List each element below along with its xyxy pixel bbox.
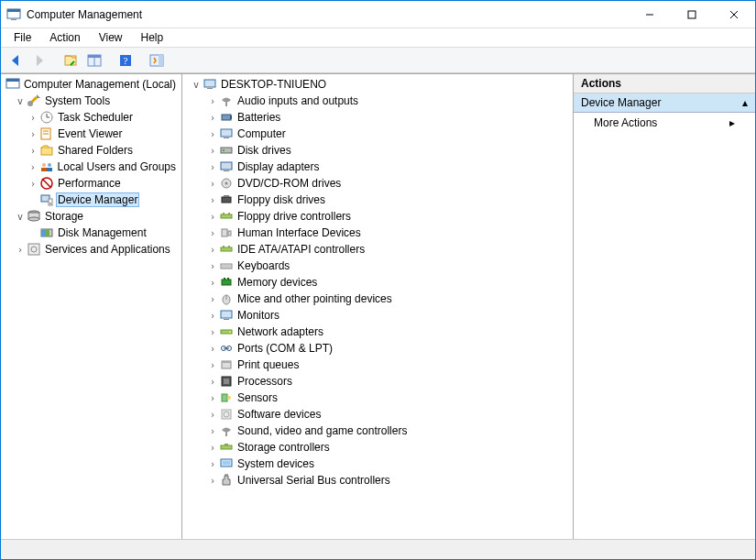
device-category[interactable]: ›Sound, video and game controllers	[182, 423, 573, 439]
expander-icon[interactable]: ›	[206, 261, 219, 271]
action-pane-toggle-button[interactable]	[146, 49, 168, 71]
tree-storage[interactable]: v Storage	[1, 208, 181, 225]
device-category[interactable]: ›Mice and other pointing devices	[182, 291, 573, 307]
expander-icon[interactable]: ›	[206, 278, 219, 288]
expander-icon[interactable]: v	[14, 96, 27, 106]
expander-icon[interactable]: ›	[206, 360, 219, 370]
device-category[interactable]: ›DVD/CD-ROM drives	[182, 175, 573, 192]
device-category[interactable]: ›Sensors	[182, 390, 573, 406]
more-actions-link[interactable]: More Actions ▸	[574, 113, 755, 133]
device-category-icon	[219, 407, 234, 422]
svg-rect-40	[28, 244, 39, 255]
device-category[interactable]: ›Computer	[182, 126, 573, 142]
properties-button[interactable]	[83, 49, 105, 71]
tree-performance[interactable]: › Performance	[1, 175, 181, 192]
device-category[interactable]: ›System devices	[182, 456, 573, 472]
help-button[interactable]: ?	[115, 49, 137, 71]
menu-action[interactable]: Action	[42, 29, 87, 46]
expander-icon[interactable]: ›	[206, 96, 219, 106]
device-category[interactable]: ›Audio inputs and outputs	[182, 93, 573, 109]
tree-shared-folders[interactable]: › Shared Folders	[1, 142, 181, 159]
device-category[interactable]: ›Print queues	[182, 357, 573, 373]
svg-rect-4	[688, 11, 696, 18]
expander-icon[interactable]: ›	[27, 146, 39, 156]
expander-icon[interactable]: ›	[206, 426, 219, 436]
device-category[interactable]: ›Software devices	[182, 406, 573, 423]
device-category-icon	[219, 192, 234, 207]
expander-icon[interactable]: ›	[206, 443, 219, 453]
device-category[interactable]: ›IDE ATA/ATAPI controllers	[182, 241, 573, 258]
device-category[interactable]: ›Processors	[182, 373, 573, 390]
expander-icon[interactable]: ›	[206, 113, 219, 123]
expander-icon[interactable]: ›	[27, 162, 39, 172]
actions-section[interactable]: Device Manager ▴	[574, 93, 755, 113]
expander-icon[interactable]: ›	[206, 245, 219, 255]
device-category[interactable]: ›Monitors	[182, 307, 573, 324]
device-category[interactable]: ›Display adapters	[182, 159, 573, 175]
tree-root[interactable]: Computer Management (Local)	[1, 76, 181, 93]
svg-rect-92	[223, 461, 230, 465]
tree-local-users[interactable]: › Local Users and Groups	[1, 159, 181, 175]
tree-services-apps[interactable]: › Services and Applications	[1, 241, 181, 258]
tree-system-tools[interactable]: v System Tools	[1, 93, 181, 109]
expander-icon[interactable]: ›	[206, 294, 219, 304]
device-category[interactable]: ›Batteries	[182, 109, 573, 126]
svg-rect-48	[224, 137, 229, 138]
app-icon	[6, 7, 21, 22]
expander-icon[interactable]: v	[190, 80, 203, 90]
device-category-icon	[219, 93, 234, 108]
console-tree-pane[interactable]: Computer Management (Local) v System Too…	[1, 74, 182, 539]
back-button[interactable]	[5, 49, 27, 71]
expander-icon[interactable]: ›	[206, 393, 219, 403]
menu-file[interactable]: File	[6, 29, 38, 46]
expander-icon[interactable]: ›	[206, 228, 219, 238]
expander-icon[interactable]: ›	[206, 311, 219, 321]
device-category[interactable]: ›Disk drives	[182, 142, 573, 159]
expander-icon[interactable]: ›	[206, 212, 219, 222]
device-category[interactable]: ›Memory devices	[182, 274, 573, 291]
device-root[interactable]: v DESKTOP-TNIUENO	[182, 76, 573, 93]
device-category-label: Monitors	[236, 309, 281, 322]
device-category[interactable]: ›Ports (COM & LPT)	[182, 340, 573, 357]
expander-icon[interactable]: ›	[27, 129, 39, 139]
minimize-button[interactable]	[629, 1, 671, 28]
device-category[interactable]: ›Human Interface Devices	[182, 225, 573, 241]
expander-icon[interactable]: ›	[206, 344, 219, 354]
device-manager-pane[interactable]: v DESKTOP-TNIUENO ›Audio inputs and outp…	[182, 74, 574, 539]
tree-disk-management[interactable]: Disk Management	[1, 225, 181, 241]
device-category[interactable]: ›Universal Serial Bus controllers	[182, 472, 573, 489]
svg-rect-70	[227, 278, 229, 280]
menu-help[interactable]: Help	[134, 29, 171, 46]
expander-icon[interactable]: ›	[206, 327, 219, 337]
maximize-button[interactable]	[671, 1, 713, 28]
tree-task-scheduler[interactable]: › Task Scheduler	[1, 109, 181, 126]
menu-view[interactable]: View	[92, 29, 130, 46]
expander-icon[interactable]: ›	[206, 129, 219, 139]
tree-event-viewer[interactable]: › Event Viewer	[1, 126, 181, 142]
expander-icon[interactable]: ›	[206, 162, 219, 172]
device-category-label: Memory devices	[236, 276, 319, 289]
expander-icon[interactable]: ›	[14, 245, 27, 255]
device-category[interactable]: ›Keyboards	[182, 258, 573, 274]
close-button[interactable]	[713, 1, 755, 28]
tree-device-manager[interactable]: Device Manager	[1, 192, 181, 208]
expander-icon[interactable]: ›	[206, 195, 219, 205]
expander-icon[interactable]: ›	[27, 179, 39, 189]
expander-icon[interactable]: v	[14, 212, 27, 222]
expander-icon[interactable]: ›	[206, 146, 219, 156]
expander-icon[interactable]: ›	[206, 410, 219, 420]
svg-rect-81	[222, 361, 231, 363]
expander-icon[interactable]: ›	[206, 179, 219, 189]
show-hide-tree-button[interactable]	[60, 49, 82, 71]
expander-icon[interactable]: ›	[206, 459, 219, 469]
device-category[interactable]: ›Network adapters	[182, 324, 573, 340]
device-category[interactable]: ›Storage controllers	[182, 439, 573, 456]
expander-icon[interactable]: ›	[206, 476, 219, 486]
svg-rect-47	[221, 129, 232, 137]
device-category[interactable]: ›Floppy drive controllers	[182, 208, 573, 225]
forward-button[interactable]	[28, 49, 50, 71]
device-category[interactable]: ›Floppy disk drives	[182, 192, 573, 208]
expander-icon[interactable]: ›	[206, 377, 219, 387]
toolbar: ?	[1, 48, 755, 73]
expander-icon[interactable]: ›	[27, 113, 39, 123]
